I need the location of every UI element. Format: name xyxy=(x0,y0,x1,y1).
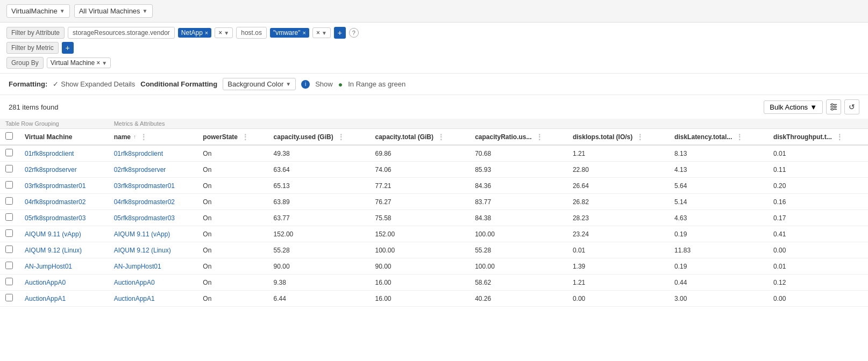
tag-vmware-remove[interactable]: × xyxy=(302,30,305,36)
name-col-drag[interactable]: ⋮ xyxy=(140,133,147,141)
disk-throughput-sort[interactable]: diskThroughput.t... ⋮ xyxy=(773,133,863,141)
background-color-label: Background Color xyxy=(227,80,283,88)
power-state-col-header[interactable]: powerState ⋮ xyxy=(197,129,268,146)
svg-point-5 xyxy=(831,109,834,111)
disk-iops-col-label: diskIops.total (IO/s) xyxy=(573,133,632,141)
attribute-help-button[interactable]: ? xyxy=(349,28,359,38)
table-row: AuctionAppA0 AuctionAppA0 On 9.38 16.00 … xyxy=(0,275,868,291)
row-checkbox[interactable] xyxy=(5,165,13,172)
disk-iops-sort[interactable]: diskIops.total (IO/s) ⋮ xyxy=(573,133,664,141)
filter-metric-label: Filter by Metric xyxy=(6,42,59,54)
table-row: AuctionAppA1 AuctionAppA1 On 6.44 16.00 … xyxy=(0,291,868,307)
disk-throughput-col-header[interactable]: diskThroughput.t... ⋮ xyxy=(768,129,868,146)
name-link[interactable]: 03rfk8sprodmaster01 xyxy=(114,182,175,190)
vm-link[interactable]: AuctionAppA1 xyxy=(25,295,66,302)
attribute-tag-netapp: NetApp × xyxy=(178,28,211,38)
disk-latency-col-drag[interactable]: ⋮ xyxy=(736,133,743,141)
vm-link[interactable]: AIQUM 9.11 (vApp) xyxy=(25,230,81,238)
capacity-total-col-drag[interactable]: ⋮ xyxy=(437,133,445,141)
vm-link[interactable]: 04rfk8sprodmaster02 xyxy=(25,198,86,206)
group-by-value: Virtual Machine xyxy=(51,59,95,67)
name-sort[interactable]: name ↑ ⋮ xyxy=(114,133,193,141)
vm-link[interactable]: AuctionAppA0 xyxy=(25,279,66,286)
name-link[interactable]: 01rfk8sprodclient xyxy=(114,150,163,157)
row-checkbox[interactable] xyxy=(5,149,13,156)
row-vm-cell: AN-JumpHost01 xyxy=(19,258,109,275)
row-capacity-total-cell: 74.06 xyxy=(370,162,470,178)
attribute-add-button[interactable]: + xyxy=(334,27,346,39)
row-power-state-cell: On xyxy=(197,145,268,162)
row-checkbox[interactable] xyxy=(5,294,13,301)
refresh-icon[interactable]: ↺ xyxy=(844,99,859,114)
group-by-dropdown[interactable]: Virtual Machine × ▼ xyxy=(47,57,111,68)
select-all-checkbox[interactable] xyxy=(5,132,13,140)
name-link[interactable]: 04rfk8sprodmaster02 xyxy=(114,198,175,206)
row-capacity-total-cell: 76.27 xyxy=(370,194,470,210)
capacity-ratio-sort[interactable]: capacityRatio.us... ⋮ xyxy=(475,133,562,141)
vm-link[interactable]: AN-JumpHost01 xyxy=(25,263,72,270)
capacity-total-sort[interactable]: capacity.total (GiB) ⋮ xyxy=(375,133,465,141)
row-disk-iops-cell: 22.80 xyxy=(567,162,669,178)
vm-link[interactable]: 01rfk8sprodclient xyxy=(25,150,74,157)
capacity-ratio-col-drag[interactable]: ⋮ xyxy=(536,133,543,141)
tag-netapp-remove[interactable]: × xyxy=(205,30,208,36)
name-link[interactable]: AuctionAppA1 xyxy=(114,295,155,302)
name-link[interactable]: AuctionAppA0 xyxy=(114,279,155,286)
vm-link[interactable]: 05rfk8sprodmaster03 xyxy=(25,214,86,222)
row-disk-latency-cell: 4.63 xyxy=(669,210,768,226)
metric-add-button[interactable]: + xyxy=(62,42,74,54)
row-checkbox[interactable] xyxy=(5,262,13,269)
row-capacity-used-cell: 55.28 xyxy=(268,242,370,258)
name-link[interactable]: AIQUM 9.11 (vApp) xyxy=(114,230,170,238)
entity-type-value: VirtualMachine xyxy=(11,7,58,15)
table-settings-icon[interactable] xyxy=(826,99,841,114)
bulk-actions-button[interactable]: Bulk Actions ▼ xyxy=(764,100,823,114)
info-icon[interactable]: i xyxy=(301,80,310,89)
vm-link[interactable]: 02rfk8sprodserver xyxy=(25,166,77,174)
name-col-header[interactable]: name ↑ ⋮ xyxy=(109,129,198,146)
disk-iops-col-header[interactable]: diskIops.total (IO/s) ⋮ xyxy=(567,129,669,146)
background-color-dropdown[interactable]: Background Color ▼ xyxy=(223,78,296,90)
row-power-state-cell: On xyxy=(197,194,268,210)
row-capacity-total-cell: 16.00 xyxy=(370,275,470,291)
powerstate-col-drag[interactable]: ⋮ xyxy=(241,133,249,141)
capacity-used-sort[interactable]: capacity.used (GiB) ⋮ xyxy=(274,133,365,141)
name-link[interactable]: 02rfk8sprodserver xyxy=(114,166,166,174)
disk-throughput-col-drag[interactable]: ⋮ xyxy=(836,133,843,141)
powerstate-sort[interactable]: powerState ⋮ xyxy=(203,133,262,141)
disk-throughput-col-label: diskThroughput.t... xyxy=(773,133,832,141)
entity-scope-dropdown[interactable]: All Virtual Machines ▼ xyxy=(74,4,153,18)
actions-right: Bulk Actions ▼ ↺ xyxy=(764,99,859,114)
capacity-ratio-col-header[interactable]: capacityRatio.us... ⋮ xyxy=(469,129,567,146)
name-link[interactable]: AN-JumpHost01 xyxy=(114,263,161,270)
row-checkbox[interactable] xyxy=(5,213,13,221)
capacity-used-col-header[interactable]: capacity.used (GiB) ⋮ xyxy=(268,129,370,146)
row-checkbox[interactable] xyxy=(5,229,13,237)
attribute-operator-dropdown2[interactable]: × ▼ xyxy=(312,27,331,38)
section-header-grouping: Table Row Grouping xyxy=(0,119,109,129)
disk-latency-sort[interactable]: diskLatency.total... ⋮ xyxy=(674,133,763,141)
group-by-remove[interactable]: × xyxy=(96,59,100,67)
row-checkbox[interactable] xyxy=(5,246,13,253)
disk-latency-col-header[interactable]: diskLatency.total... ⋮ xyxy=(669,129,768,146)
capacity-used-col-label: capacity.used (GiB) xyxy=(274,133,333,141)
formatting-bar: Formatting: ✓ Show Expanded Details Cond… xyxy=(0,74,868,95)
disk-iops-col-drag[interactable]: ⋮ xyxy=(636,133,644,141)
row-checkbox[interactable] xyxy=(5,197,13,205)
virtual-machine-col-header[interactable]: Virtual Machine xyxy=(19,129,109,146)
name-link[interactable]: 05rfk8sprodmaster03 xyxy=(114,214,175,222)
capacity-used-col-drag[interactable]: ⋮ xyxy=(337,133,345,141)
top-bar: VirtualMachine ▼ All Virtual Machines ▼ xyxy=(0,0,868,23)
row-checkbox[interactable] xyxy=(5,278,13,285)
capacity-total-col-header[interactable]: capacity.total (GiB) ⋮ xyxy=(370,129,470,146)
bg-color-chevron: ▼ xyxy=(286,81,291,87)
row-checkbox[interactable] xyxy=(5,181,13,189)
name-link[interactable]: AIQUM 9.12 (Linux) xyxy=(114,247,171,254)
show-expanded-toggle[interactable]: ✓ Show Expanded Details xyxy=(53,80,135,88)
vm-link[interactable]: AIQUM 9.12 (Linux) xyxy=(25,247,82,254)
row-power-state-cell: On xyxy=(197,258,268,275)
vm-link[interactable]: 03rfk8sprodmaster01 xyxy=(25,182,86,190)
entity-type-dropdown[interactable]: VirtualMachine ▼ xyxy=(6,4,70,18)
attribute-operator-dropdown[interactable]: × ▼ xyxy=(215,27,233,38)
row-name-cell: 05rfk8sprodmaster03 xyxy=(109,210,198,226)
